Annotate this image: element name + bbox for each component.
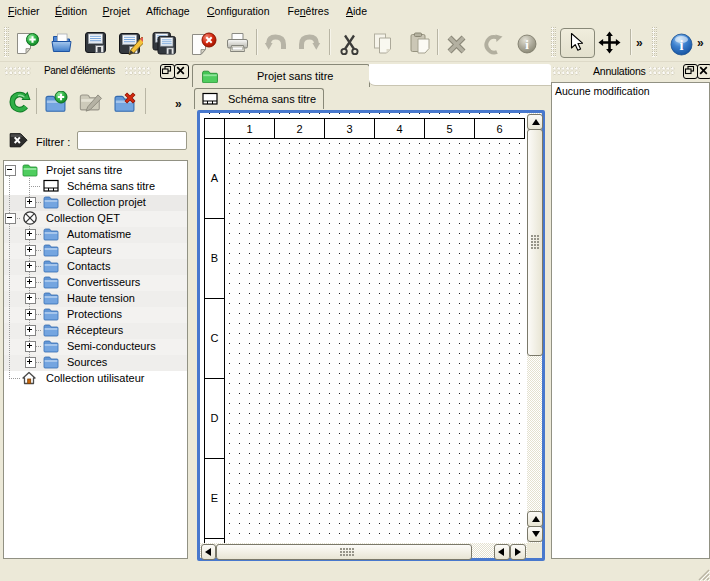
svg-text:3: 3: [346, 123, 352, 135]
svg-text:B: B: [211, 252, 218, 264]
svg-text:D: D: [211, 412, 219, 424]
svg-text:A: A: [211, 172, 219, 184]
svg-text:i: i: [680, 38, 684, 53]
svg-text:i: i: [525, 37, 529, 52]
svg-text:1: 1: [246, 123, 252, 135]
svg-text:2: 2: [296, 123, 302, 135]
svg-text:4: 4: [396, 123, 402, 135]
svg-text:5: 5: [446, 123, 452, 135]
svg-text:6: 6: [496, 123, 502, 135]
svg-text:C: C: [211, 332, 219, 344]
svg-text:E: E: [211, 492, 218, 504]
